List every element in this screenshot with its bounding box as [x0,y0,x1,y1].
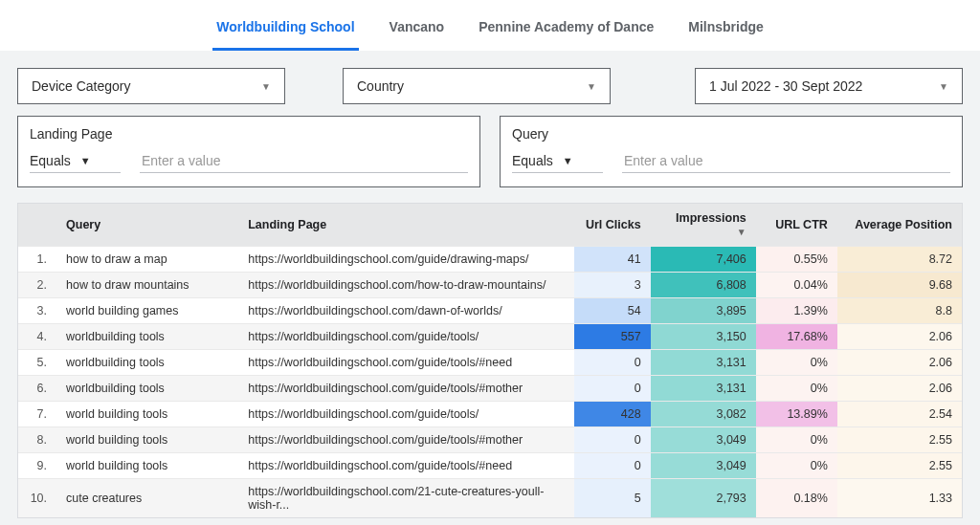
cell-impressions: 3,049 [651,427,756,453]
cell-index: 5. [18,350,56,376]
cell-url-clicks: 0 [574,427,651,453]
cell-url-ctr: 0.55% [756,247,837,273]
cell-index: 9. [18,453,56,479]
table-row[interactable]: 2.how to draw mountainshttps://worldbuil… [18,273,962,298]
device-category-label: Device Category [32,78,131,94]
cell-query: worldbuilding tools [56,324,238,350]
landing-page-operator-select[interactable]: Equals ▼ [30,153,121,173]
country-dropdown[interactable]: Country ▼ [343,68,611,104]
table-row[interactable]: 9.world building toolshttps://worldbuild… [18,453,962,479]
cell-query: worldbuilding tools [56,350,238,376]
cell-landing-page: https://worldbuildingschool.com/guide/to… [238,427,573,453]
col-index [18,204,56,247]
cell-avg-position: 9.68 [837,273,962,298]
dropdown-row: Device Category ▼ Country ▼ 1 Jul 2022 -… [17,68,963,104]
cell-landing-page: https://worldbuildingschool.com/guide/to… [238,402,573,427]
query-filter-label: Query [512,126,950,142]
cell-avg-position: 1.33 [837,479,962,518]
cell-query: world building tools [56,427,238,453]
cell-url-clicks: 428 [574,402,651,427]
query-operator-select[interactable]: Equals ▼ [512,153,603,173]
table-row[interactable]: 4.worldbuilding toolshttps://worldbuildi… [18,324,962,350]
table-row[interactable]: 7.world building toolshttps://worldbuild… [18,402,962,427]
cell-impressions: 3,049 [651,453,756,479]
cell-landing-page: https://worldbuildingschool.com/dawn-of-… [238,298,573,324]
col-impressions[interactable]: Impressions ▼ [651,204,756,247]
tab-milnsbridge[interactable]: Milnsbridge [684,13,768,51]
cell-url-ctr: 0% [756,350,837,376]
col-avg-position[interactable]: Average Position [837,204,962,247]
cell-query: how to draw mountains [56,273,238,298]
cell-landing-page: https://worldbuildingschool.com/how-to-d… [238,273,573,298]
cell-url-clicks: 557 [574,324,651,350]
results-table: Query Landing Page Url Clicks Impression… [18,204,962,517]
cell-query: world building tools [56,453,238,479]
query-filter: Query Equals ▼ [500,116,963,187]
cell-avg-position: 2.55 [837,427,962,453]
date-range-dropdown[interactable]: 1 Jul 2022 - 30 Sept 2022 ▼ [695,68,963,104]
col-url-ctr[interactable]: URL CTR [756,204,837,247]
filter-row: Landing Page Equals ▼ Query Equals ▼ [17,116,963,187]
cell-index: 8. [18,427,56,453]
table-row[interactable]: 3.world building gameshttps://worldbuild… [18,298,962,324]
tab-vancano[interactable]: Vancano [386,13,449,51]
table-row[interactable]: 10.cute creatureshttps://worldbuildingsc… [18,479,962,518]
cell-url-ctr: 13.89% [756,402,837,427]
cell-query: world building tools [56,402,238,427]
col-query[interactable]: Query [56,204,238,247]
col-landing-page[interactable]: Landing Page [238,204,573,247]
tab-pennine-academy-of-dance[interactable]: Pennine Academy of Dance [475,13,657,51]
cell-url-clicks: 3 [574,273,651,298]
table-body: 1.how to draw a maphttps://worldbuilding… [18,247,962,518]
cell-landing-page: https://worldbuildingschool.com/guide/to… [238,453,573,479]
cell-url-ctr: 0% [756,453,837,479]
cell-index: 6. [18,376,56,402]
cell-query: how to draw a map [56,247,238,273]
cell-impressions: 3,150 [651,324,756,350]
cell-url-clicks: 0 [574,453,651,479]
device-category-dropdown[interactable]: Device Category ▼ [17,68,285,104]
landing-page-filter-controls: Equals ▼ [30,149,468,173]
cell-avg-position: 2.06 [837,324,962,350]
date-range-label: 1 Jul 2022 - 30 Sept 2022 [709,78,862,94]
query-value-input[interactable] [622,149,950,173]
cell-avg-position: 8.72 [837,247,962,273]
country-label: Country [357,78,404,94]
cell-avg-position: 2.06 [837,376,962,402]
cell-landing-page: https://worldbuildingschool.com/21-cute-… [238,479,573,518]
cell-url-ctr: 17.68% [756,324,837,350]
cell-impressions: 3,131 [651,376,756,402]
caret-down-icon: ▼ [80,155,91,166]
caret-down-icon: ▼ [587,81,596,92]
cell-url-clicks: 0 [574,376,651,402]
query-operator-value: Equals [512,153,553,168]
table-row[interactable]: 8.world building toolshttps://worldbuild… [18,427,962,453]
cell-impressions: 3,082 [651,402,756,427]
cell-url-clicks: 41 [574,247,651,273]
cell-index: 2. [18,273,56,298]
tab-bar: Worldbuilding SchoolVancanoPennine Acade… [0,0,980,51]
tab-worldbuilding-school[interactable]: Worldbuilding School [212,13,358,51]
cell-impressions: 2,793 [651,479,756,518]
cell-landing-page: https://worldbuildingschool.com/guide/to… [238,376,573,402]
landing-page-value-input[interactable] [140,149,468,173]
table-row[interactable]: 5.worldbuilding toolshttps://worldbuildi… [18,350,962,376]
cell-url-clicks: 5 [574,479,651,518]
cell-query: cute creatures [56,479,238,518]
query-filter-controls: Equals ▼ [512,149,950,173]
cell-query: world building games [56,298,238,324]
cell-impressions: 3,131 [651,350,756,376]
table-row[interactable]: 6.worldbuilding toolshttps://worldbuildi… [18,376,962,402]
caret-down-icon: ▼ [563,155,573,166]
col-url-clicks[interactable]: Url Clicks [574,204,651,247]
landing-page-operator-value: Equals [30,153,71,168]
cell-index: 10. [18,479,56,518]
caret-down-icon: ▼ [939,81,948,92]
cell-landing-page: https://worldbuildingschool.com/guide/dr… [238,247,573,273]
cell-url-ctr: 1.39% [756,298,837,324]
cell-url-ctr: 0% [756,376,837,402]
table-row[interactable]: 1.how to draw a maphttps://worldbuilding… [18,247,962,273]
cell-avg-position: 2.54 [837,402,962,427]
cell-avg-position: 2.55 [837,453,962,479]
landing-page-filter-label: Landing Page [30,126,468,142]
